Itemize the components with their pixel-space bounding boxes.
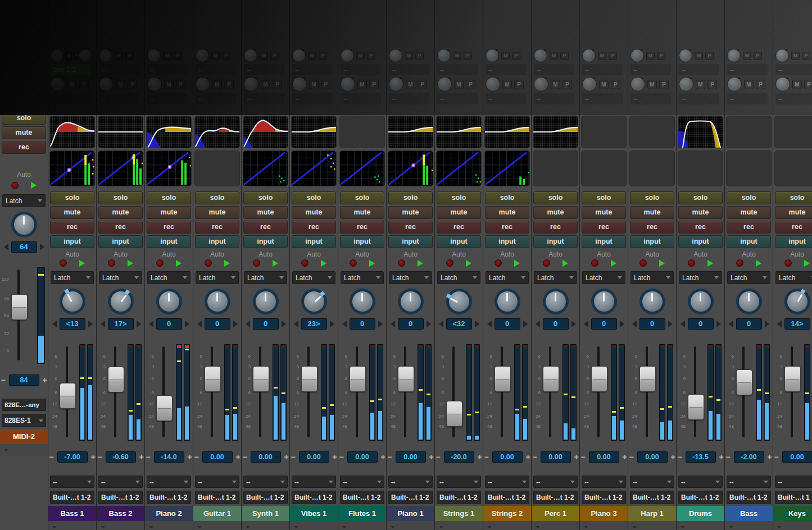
volume-value[interactable]: -7.00 (57, 451, 88, 463)
fader-handle[interactable] (398, 366, 414, 392)
track-name[interactable]: Drums (677, 506, 724, 521)
record-button[interactable]: rec (485, 221, 529, 234)
clip-indicator[interactable] (660, 345, 664, 348)
pan-value[interactable]: 0 (736, 318, 762, 330)
clip-indicator[interactable] (330, 345, 334, 348)
input-routing-dropdown[interactable]: -- (678, 476, 723, 488)
volume-value[interactable]: 0.00 (299, 451, 329, 463)
send-level-knob[interactable] (51, 49, 64, 62)
record-button[interactable]: rec (437, 221, 481, 234)
volume-value[interactable]: 0.00 (541, 451, 571, 463)
input-monitor-button[interactable]: input (50, 235, 94, 248)
pan-left-arrow[interactable] (101, 321, 105, 327)
fader-track[interactable] (646, 346, 648, 437)
pan-right-arrow[interactable] (282, 321, 286, 327)
output-routing-dropdown[interactable]: Built-…t 1-2 (50, 491, 94, 504)
pan-right-arrow[interactable] (233, 321, 238, 327)
send-level-knob[interactable] (486, 77, 500, 92)
send-pre-post-button[interactable]: P (756, 80, 765, 89)
automation-record-led[interactable] (446, 259, 453, 267)
track-options-row[interactable] (242, 521, 289, 530)
send-mute-button[interactable]: M (647, 80, 657, 89)
send-destination[interactable]: bus 1-2 (51, 64, 91, 75)
pan-value[interactable]: <32 (446, 318, 472, 330)
clip-indicator[interactable] (668, 345, 672, 348)
solo-button[interactable]: solo (147, 191, 191, 204)
dynamics-thumbnail[interactable] (678, 150, 723, 186)
fader-handle[interactable] (688, 394, 704, 420)
automation-mode-dropdown[interactable]: Latch (437, 271, 480, 284)
input-routing-dropdown[interactable]: -- (195, 476, 239, 488)
automation-play-led[interactable] (31, 182, 37, 189)
automation-play-led[interactable] (707, 260, 713, 267)
send-destination[interactable]: -- (630, 64, 671, 75)
send-level-knob[interactable] (147, 49, 161, 62)
send-mute-button[interactable]: M (115, 52, 123, 60)
clip-indicator[interactable] (80, 345, 84, 348)
send-mute-button[interactable]: M (743, 52, 751, 60)
volume-value[interactable]: 84 (9, 374, 39, 386)
automation-mode-dropdown[interactable]: Latch (147, 271, 190, 284)
clip-indicator[interactable] (757, 345, 761, 348)
eq-curve-thumbnail[interactable] (581, 116, 627, 148)
automation-record-led[interactable] (639, 259, 647, 267)
input-monitor-button[interactable]: input (678, 235, 723, 248)
volume-increment-button[interactable]: + (139, 452, 144, 462)
fader-handle[interactable] (784, 366, 801, 392)
dynamics-thumbnail[interactable] (98, 150, 143, 186)
pan-left-arrow[interactable] (4, 244, 8, 250)
send-pre-post-button[interactable]: P (222, 52, 230, 60)
fader-handle[interactable] (350, 366, 366, 392)
send-level-knob[interactable] (196, 77, 210, 92)
input-monitor-button[interactable]: input (195, 235, 239, 248)
fader-handle[interactable] (446, 401, 462, 427)
dynamics-thumbnail[interactable] (436, 150, 482, 186)
pan-value[interactable]: 0 (591, 318, 617, 330)
fader-handle[interactable] (253, 366, 269, 392)
send-destination[interactable]: -- (147, 93, 188, 104)
pan-knob[interactable] (688, 289, 714, 314)
track-name[interactable]: Guitar 1 (193, 506, 241, 521)
send-pre-post-button[interactable]: P (512, 52, 520, 60)
pan-left-arrow[interactable] (777, 321, 782, 327)
input-routing-dropdown[interactable]: -- (98, 476, 143, 488)
automation-play-led[interactable] (273, 260, 278, 267)
mute-button[interactable]: mute (292, 206, 336, 219)
send-destination[interactable]: -- (679, 64, 719, 75)
input-monitor-button[interactable]: input (727, 235, 771, 248)
pan-knob[interactable] (301, 289, 327, 314)
send-mute-button[interactable]: M (696, 80, 705, 89)
mute-button[interactable]: mute (630, 206, 674, 219)
send-level-knob[interactable] (679, 49, 692, 62)
track-options-row[interactable] (580, 521, 628, 530)
pan-knob[interactable] (205, 289, 230, 314)
mute-button[interactable]: mute (147, 206, 191, 219)
pan-value[interactable]: 0 (350, 318, 375, 330)
volume-decrement-button[interactable]: − (146, 452, 151, 462)
dynamics-thumbnail[interactable] (388, 150, 433, 186)
send-level-knob[interactable] (244, 77, 258, 92)
send-pre-post-button[interactable]: P (321, 80, 330, 89)
automation-mode-dropdown[interactable]: Latch (679, 271, 722, 284)
volume-decrement-button[interactable]: − (532, 452, 538, 462)
solo-button[interactable]: solo (98, 191, 143, 204)
pan-knob[interactable] (446, 289, 472, 314)
pan-left-arrow[interactable] (439, 321, 443, 327)
automation-mode-dropdown[interactable]: Latch (196, 271, 239, 284)
send-level-knob[interactable] (244, 49, 257, 62)
automation-mode-dropdown[interactable]: Latch (582, 271, 625, 284)
output-routing-dropdown[interactable]: 828ES-1 (2, 414, 46, 427)
send-destination[interactable]: -- (727, 64, 768, 75)
automation-mode-dropdown[interactable]: Latch (341, 271, 384, 284)
send-level-knob[interactable] (534, 77, 548, 92)
dynamics-thumbnail[interactable] (291, 150, 337, 186)
send-pre-post-button[interactable]: P (74, 52, 79, 60)
send-mute-button[interactable]: M (502, 80, 512, 89)
solo-button[interactable]: solo (630, 191, 674, 204)
eq-curve-thumbnail[interactable] (243, 116, 288, 148)
pan-right-arrow[interactable] (475, 321, 479, 327)
clip-indicator[interactable] (88, 345, 92, 348)
send-destination[interactable]: -- (292, 93, 333, 104)
track-options-row[interactable] (338, 521, 386, 530)
volume-increment-button[interactable]: + (429, 452, 434, 462)
